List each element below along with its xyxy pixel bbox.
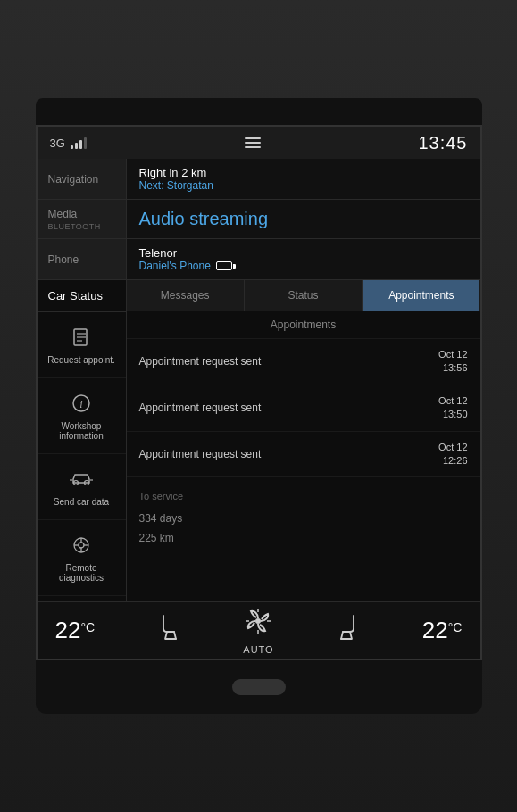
media-value[interactable]: Audio streaming xyxy=(127,200,480,238)
appointment-date-1: Oct 12 13:56 xyxy=(438,348,467,376)
appointment-row-1: Appointment request sent Oct 12 13:56 xyxy=(127,339,480,385)
car-icon xyxy=(69,467,94,492)
home-button[interactable] xyxy=(232,679,286,695)
navigation-value[interactable]: Right in 2 km Next: Storgatan xyxy=(127,159,480,199)
appointment-row-3: Appointment request sent Oct 12 12:26 xyxy=(127,432,480,478)
sidebar-item-cardata[interactable]: Send car data xyxy=(38,454,126,520)
service-label: To service xyxy=(139,488,468,506)
device-outer: 3G 13:45 Navigation xyxy=(0,0,517,812)
appointment-row-2: Appointment request sent Oct 12 13:50 xyxy=(127,385,480,432)
appointment-date-3: Oct 12 12:26 xyxy=(438,441,467,468)
status-left: 3G xyxy=(50,137,87,150)
navigation-row: Navigation Right in 2 km Next: Storgatan xyxy=(38,159,480,200)
sidebar: Car Status Request appoint. xyxy=(38,280,127,601)
fan-icon xyxy=(244,607,272,641)
document-icon xyxy=(69,325,94,350)
service-km: 225 km xyxy=(139,529,468,549)
appointments-section-header: Appointments xyxy=(127,311,480,339)
signal-icon xyxy=(71,137,87,149)
service-days: 334 days xyxy=(139,510,468,529)
seat-left-icon[interactable] xyxy=(156,612,181,649)
sidebar-item-workshop[interactable]: i Workshop information xyxy=(38,378,126,454)
tab-messages[interactable]: Messages xyxy=(127,280,245,311)
status-bar: 3G 13:45 xyxy=(38,127,480,159)
climate-bar: 22 °C xyxy=(38,601,480,659)
car-status-header: Car Status xyxy=(38,280,126,312)
clock: 13:45 xyxy=(418,133,467,153)
sidebar-item-request[interactable]: Request appoint. xyxy=(38,312,126,378)
tab-appointments[interactable]: Appointments xyxy=(363,280,479,311)
sidebar-item-diagnostics[interactable]: Remote diagnostics xyxy=(38,520,126,596)
sidebar-item-label: Send car data xyxy=(54,497,109,507)
temp-left: 22 °C xyxy=(55,617,96,644)
media-row: Media BLUETOOTH Audio streaming xyxy=(38,200,480,239)
navigation-label: Navigation xyxy=(38,159,127,199)
bottom-bezel xyxy=(36,660,482,714)
appointment-date-2: Oct 12 13:50 xyxy=(438,394,467,422)
phone-row: Phone Telenor Daniel's Phone xyxy=(38,239,480,280)
auto-label: AUTO xyxy=(243,644,273,655)
phone-label: Phone xyxy=(38,239,127,279)
tab-status[interactable]: Status xyxy=(245,280,363,311)
svg-point-9 xyxy=(79,543,84,548)
main-content: Messages Status Appointments Appointment… xyxy=(127,280,480,601)
svg-point-14 xyxy=(255,618,261,624)
climate-center[interactable]: AUTO xyxy=(243,607,273,655)
seat-right-icon[interactable] xyxy=(336,612,361,649)
network-label: 3G xyxy=(50,137,65,150)
phone-value[interactable]: Telenor Daniel's Phone xyxy=(127,239,480,279)
tabs-row: Messages Status Appointments xyxy=(127,280,480,311)
wrench-icon xyxy=(69,533,94,558)
sidebar-item-label: Remote diagnostics xyxy=(45,563,119,583)
media-label: Media BLUETOOTH xyxy=(38,200,127,238)
appointments-content: Appointments Appointment request sent Oc… xyxy=(127,311,480,601)
battery-icon xyxy=(216,261,236,270)
info-icon: i xyxy=(69,391,94,416)
screen-container: 3G 13:45 Navigation xyxy=(36,125,482,660)
temp-right: 22 °C xyxy=(422,617,463,644)
service-info: To service 334 days 225 km xyxy=(127,477,480,559)
sidebar-item-label: Workshop information xyxy=(45,421,119,441)
top-bezel xyxy=(36,98,482,125)
car-status-section: Car Status Request appoint. xyxy=(38,280,480,601)
svg-text:i: i xyxy=(79,398,82,410)
sidebar-item-label: Request appoint. xyxy=(47,355,115,365)
hamburger-menu[interactable] xyxy=(245,137,261,148)
